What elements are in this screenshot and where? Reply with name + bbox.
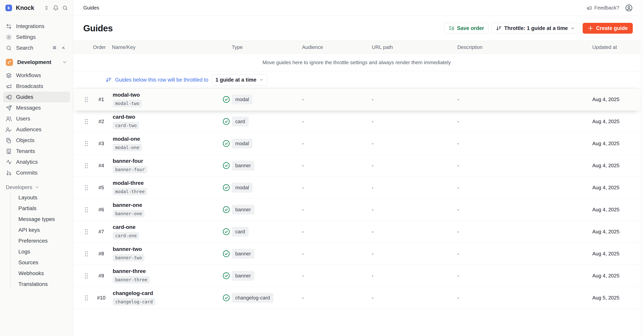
sidebar-item-search[interactable]: Search ⌘ K (3, 42, 70, 53)
workflows-icon (6, 72, 12, 78)
guide-key-chip: modal-three (113, 188, 147, 195)
sidebar-subitem-label: Translations (18, 281, 48, 287)
table-row[interactable]: #6 banner-one banner-one banner - - - Au… (73, 199, 640, 221)
developers-section-toggle[interactable]: Developers (3, 182, 70, 192)
guide-description: - (457, 141, 592, 147)
throttle-amount-select[interactable]: 1 guide at a time (212, 74, 268, 85)
table-row[interactable]: #9 banner-three banner-three banner - - … (73, 265, 640, 287)
guide-updated-at: Aug 4, 2025 (592, 119, 638, 125)
sidebar-subitem[interactable]: API keys (16, 225, 70, 235)
environment-switcher[interactable]: Development (3, 57, 70, 68)
sidebar-subitem[interactable]: Logs (16, 246, 70, 257)
expand-workspace-icon[interactable] (44, 5, 49, 11)
guide-description: - (457, 295, 592, 301)
create-guide-button[interactable]: Create guide (582, 23, 633, 34)
sidebar-item-label: Workflows (16, 72, 41, 78)
drag-handle-icon[interactable] (84, 206, 89, 213)
guides-table-body: #1 modal-two modal-two modal - - - Aug 4… (73, 89, 640, 309)
scrollbar-gutter[interactable] (640, 0, 644, 336)
sidebar-subitem[interactable]: Layouts (16, 192, 70, 203)
drag-handle-icon[interactable] (84, 273, 89, 279)
developers-label: Developers (6, 184, 32, 190)
sidebar-item-objects[interactable]: Objects (3, 135, 70, 146)
throttle-divider-link[interactable]: Guides below this row will be throttled … (115, 77, 208, 83)
guide-order: #5 (90, 185, 112, 191)
copy-icon (6, 138, 12, 144)
sidebar-item-commits[interactable]: Commits (3, 168, 70, 178)
integrations-icon (6, 23, 12, 29)
throttle-button-label: Throttle: 1 guide at a time (504, 25, 568, 31)
table-row[interactable]: #10 changelog-card changelog-card change… (73, 287, 640, 309)
table-row[interactable]: #2 card-two card-two card - - - Aug 4, 2… (73, 111, 640, 133)
sidebar-item-label: Commits (16, 170, 37, 176)
throttle-divider-row: Guides below this row will be throttled … (73, 71, 640, 89)
feedback-button[interactable]: Feedback? (586, 5, 619, 11)
sidebar-subitem[interactable]: Translations (16, 279, 70, 290)
workspace-switcher[interactable]: k Knock (0, 0, 73, 16)
drag-handle-icon[interactable] (84, 295, 89, 301)
sidebar-subitem[interactable]: Partials (16, 203, 70, 214)
sidebar-item-messages[interactable]: Messages (3, 102, 70, 113)
bell-icon[interactable] (53, 5, 59, 11)
guide-type-badge: changelog-card (232, 293, 274, 303)
table-row[interactable]: #1 modal-two modal-two modal - - - Aug 4… (73, 89, 640, 111)
col-url-path: URL path (372, 44, 457, 50)
sidebar: k Knock Integrations Settings Search ⌘ K (0, 0, 73, 336)
guide-name: card-one (113, 224, 136, 230)
throttle-dropdown-button[interactable]: Throttle: 1 guide at a time (492, 23, 580, 34)
guide-updated-at: Aug 4, 2025 (592, 273, 638, 279)
environment-icon (6, 59, 13, 66)
chevron-down-icon (62, 60, 67, 65)
table-row[interactable]: #4 banner-four banner-four banner - - - … (73, 155, 640, 177)
sidebar-item-integrations[interactable]: Integrations (3, 21, 70, 32)
guide-type-badge: modal (232, 183, 252, 192)
drag-handle-icon[interactable] (84, 228, 89, 235)
guide-order: #10 (90, 295, 112, 301)
guide-url-path: - (372, 119, 457, 125)
sidebar-subitem[interactable]: Preferences (16, 235, 70, 246)
sidebar-item-tenants[interactable]: Tenants (3, 146, 70, 157)
guide-order: #7 (90, 229, 112, 235)
page-title: Guides (83, 23, 113, 33)
drag-handle-icon[interactable] (84, 96, 89, 103)
guide-key-chip: card-two (113, 122, 139, 129)
guide-order: #9 (90, 273, 112, 279)
sidebar-item-workflows[interactable]: Workflows (3, 70, 70, 81)
sidebar-item-broadcasts[interactable]: Broadcasts (3, 81, 70, 92)
search-icon (6, 45, 12, 51)
active-status-icon (222, 228, 230, 236)
drag-handle-icon[interactable] (84, 140, 89, 147)
sidebar-subitem[interactable]: Sources (16, 257, 70, 268)
topbar: Guides Feedback? (73, 0, 640, 16)
drag-handle-icon[interactable] (84, 184, 89, 191)
sidebar-item-analytics[interactable]: Analytics (3, 157, 70, 168)
drag-handle-icon[interactable] (84, 118, 89, 125)
search-icon[interactable] (62, 5, 68, 11)
table-row[interactable]: #8 banner-two banner-two banner - - - Au… (73, 243, 640, 265)
workspace-name: Knock (16, 4, 34, 11)
sidebar-item-audiences[interactable]: Audiences (3, 124, 70, 135)
sidebar-item-settings[interactable]: Settings (3, 32, 70, 42)
guide-type-badge: banner (232, 205, 254, 215)
sidebar-item-label: Broadcasts (16, 83, 43, 89)
user-avatar-icon[interactable] (625, 4, 633, 12)
sidebar-item-users[interactable]: Users (3, 113, 70, 124)
col-order: Order (90, 44, 112, 50)
table-row[interactable]: #3 modal-one modal-one modal - - - Aug 4… (73, 133, 640, 155)
drag-handle-icon[interactable] (84, 163, 89, 169)
sidebar-item-guides[interactable]: Guides (3, 92, 70, 102)
sidebar-item-label: Settings (16, 34, 36, 40)
ignore-throttle-dropzone[interactable]: Move guides here to ignore the throttle … (73, 54, 640, 71)
guide-url-path: - (372, 163, 457, 168)
drag-handle-icon[interactable] (84, 251, 89, 257)
sidebar-subitem[interactable]: Webhooks (16, 268, 70, 279)
table-row[interactable]: #7 card-one card-one card - - - Aug 4, 2… (73, 221, 640, 243)
guide-audience: - (302, 273, 372, 279)
guide-url-path: - (372, 207, 457, 213)
table-row[interactable]: #5 modal-three modal-three modal - - - A… (73, 177, 640, 199)
plus-icon (588, 25, 594, 31)
save-order-button[interactable]: Save order (444, 23, 488, 34)
sidebar-subitem[interactable]: Message types (16, 214, 70, 225)
kbd-k: K (60, 44, 67, 52)
guide-key-chip: banner-four (113, 166, 147, 173)
